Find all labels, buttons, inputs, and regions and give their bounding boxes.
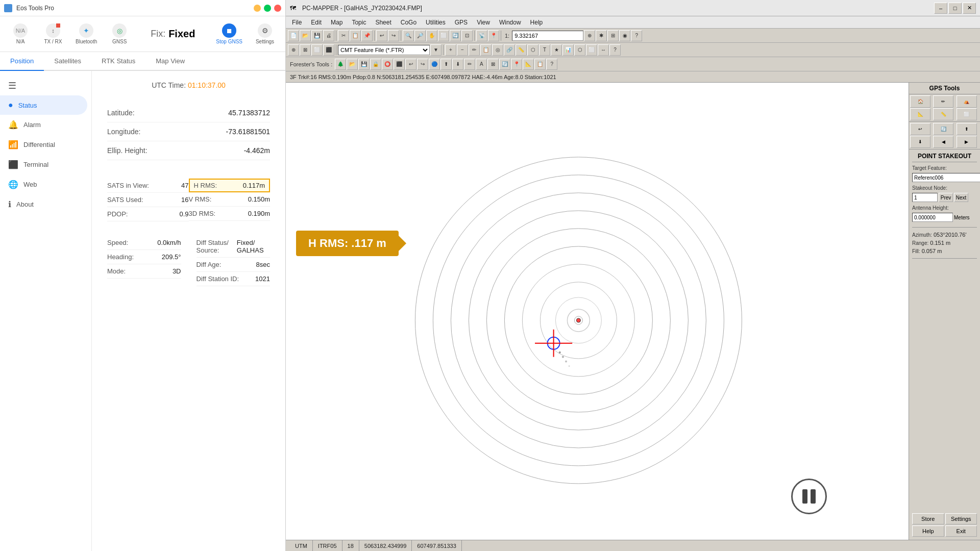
help-button[interactable]: Help xyxy=(912,525,944,537)
menu-edit[interactable]: Edit xyxy=(307,18,326,27)
nav-icon-na[interactable]: N/A N/A xyxy=(5,20,36,47)
tb-select-button[interactable]: ⬜ xyxy=(438,30,449,41)
tb-extra2[interactable]: ✱ xyxy=(596,30,607,41)
tb2-btn3[interactable]: ⬜ xyxy=(311,44,323,56)
ft-btn13[interactable]: A xyxy=(476,59,487,70)
tab-satellites[interactable]: Satellites xyxy=(44,52,91,71)
menu-cogo[interactable]: CoGo xyxy=(397,18,421,27)
tab-map-view[interactable]: Map View xyxy=(145,52,195,71)
prev-node-button[interactable]: Prev xyxy=(939,193,953,202)
tb2-add[interactable]: + xyxy=(445,44,456,56)
tb-gps-button[interactable]: 📡 xyxy=(476,30,487,41)
tb-print-button[interactable]: 🖨 xyxy=(323,30,334,41)
settings-button[interactable]: ⚙ Settings xyxy=(250,20,280,47)
ft-btn16[interactable]: 📍 xyxy=(511,59,522,70)
tb2-3d[interactable]: ⬡ xyxy=(574,44,585,56)
pcm-maximize-button[interactable]: □ xyxy=(948,3,962,14)
tb-paste-button[interactable]: 📌 xyxy=(361,30,373,41)
menu-utilities[interactable]: Utilities xyxy=(422,18,450,27)
tb2-sym[interactable]: ★ xyxy=(551,44,562,56)
feature-file-select[interactable]: CMT Feature File (*.FTR) xyxy=(338,45,430,55)
gps-icon-4[interactable]: 📐 xyxy=(910,108,930,120)
tb-help-button[interactable]: ? xyxy=(631,30,642,41)
antenna-height-input[interactable] xyxy=(912,213,953,222)
sidebar-item-terminal[interactable]: ⬛ Terminal xyxy=(0,155,87,174)
menu-gps[interactable]: GPS xyxy=(451,18,472,27)
tab-rtk-status[interactable]: RTK Status xyxy=(91,52,145,71)
gps-icon-3[interactable]: ⛺ xyxy=(957,95,977,108)
ft-btn17[interactable]: 📐 xyxy=(523,59,534,70)
tb-pan-button[interactable]: ✋ xyxy=(426,30,437,41)
tb-cut-button[interactable]: ✂ xyxy=(338,30,349,41)
node-input[interactable] xyxy=(912,193,938,202)
tb2-dist[interactable]: 📏 xyxy=(516,44,527,56)
next-node-button[interactable]: Next xyxy=(954,193,968,202)
tb-undo-button[interactable]: ↩ xyxy=(376,30,387,41)
menu-sheet[interactable]: Sheet xyxy=(371,18,395,27)
sidebar-item-status[interactable]: ● Status xyxy=(0,95,87,115)
ft-btn9[interactable]: 🔵 xyxy=(429,59,440,70)
tb2-label[interactable]: T xyxy=(539,44,550,56)
store-button[interactable]: Store xyxy=(912,513,944,524)
tb2-btn1[interactable]: ⊕ xyxy=(288,44,299,56)
tb2-edit[interactable]: ✏ xyxy=(469,44,480,56)
minimize-button[interactable] xyxy=(254,5,261,12)
tb-zoom-in-button[interactable]: 🔍 xyxy=(403,30,414,41)
ft-btn5[interactable]: ⭕ xyxy=(382,59,393,70)
gps-icon-11[interactable]: ◀ xyxy=(933,136,953,148)
tb2-attr[interactable]: 📋 xyxy=(480,44,492,56)
tb2-extra3[interactable]: ? xyxy=(609,44,621,56)
ft-btn12[interactable]: ✏ xyxy=(464,59,475,70)
gps-icon-12[interactable]: ▶ xyxy=(957,136,977,148)
tb-open-button[interactable]: 📂 xyxy=(300,30,311,41)
tb-redo-button[interactable]: ↪ xyxy=(388,30,399,41)
ft-btn3[interactable]: 💾 xyxy=(358,59,370,70)
gps-icon-6[interactable]: ⬜ xyxy=(957,108,977,120)
tb-save-button[interactable]: 💾 xyxy=(311,30,323,41)
ft-btn10[interactable]: ⬆ xyxy=(440,59,452,70)
nav-icon-txrx[interactable]: ↕ TX / RX xyxy=(38,20,68,47)
sidebar-menu-icon[interactable]: ☰ xyxy=(0,76,91,95)
gps-icon-9[interactable]: ⬆ xyxy=(957,123,977,135)
tab-position[interactable]: Position xyxy=(0,52,44,71)
stop-gnss-button[interactable]: ⏹ Stop GNSS xyxy=(211,20,248,47)
map-area[interactable]: H RMS: .117 m xyxy=(286,83,909,540)
menu-topic[interactable]: Topic xyxy=(348,18,370,27)
gps-icon-8[interactable]: 🔄 xyxy=(933,123,953,135)
sidebar-item-about[interactable]: ℹ About xyxy=(0,194,87,214)
gps-icon-10[interactable]: ⬇ xyxy=(910,136,930,148)
tb2-extra2[interactable]: ↔ xyxy=(598,44,609,56)
tb-new-button[interactable]: 📄 xyxy=(288,30,299,41)
tb-extra3[interactable]: ⊞ xyxy=(607,30,619,41)
ft-btn7[interactable]: ↩ xyxy=(405,59,416,70)
tb-copy-button[interactable]: 📋 xyxy=(350,30,361,41)
sidebar-item-web[interactable]: 🌐 Web xyxy=(0,174,87,194)
sidebar-item-alarm[interactable]: 🔔 Alarm xyxy=(0,115,87,135)
gps-icon-2[interactable]: ✏ xyxy=(933,95,953,108)
target-feature-input[interactable] xyxy=(912,173,980,182)
menu-view[interactable]: View xyxy=(473,18,494,27)
tb2-chart[interactable]: 📊 xyxy=(562,44,574,56)
tb2-extra1[interactable]: ⬜ xyxy=(586,44,597,56)
tb-zoom-out-button[interactable]: 🔎 xyxy=(414,30,426,41)
ft-btn1[interactable]: 🌲 xyxy=(335,59,346,70)
tb2-btn4[interactable]: ⬛ xyxy=(323,44,334,56)
pcm-close-button[interactable]: ✕ xyxy=(963,3,976,14)
pause-button[interactable] xyxy=(791,479,827,514)
tb2-snap[interactable]: 🔗 xyxy=(504,44,515,56)
tb-refresh-button[interactable]: 🔄 xyxy=(450,30,461,41)
menu-window[interactable]: Window xyxy=(495,18,525,27)
gps-icon-5[interactable]: 📏 xyxy=(933,108,953,120)
ps-settings-button[interactable]: Settings xyxy=(945,513,977,524)
tb2-browse[interactable]: ▼ xyxy=(430,44,442,56)
maximize-button[interactable] xyxy=(264,5,271,12)
nav-icon-gnss[interactable]: ◎ GNSS xyxy=(104,20,135,47)
tb-fit-button[interactable]: ⊡ xyxy=(461,30,473,41)
ft-btn8[interactable]: ↪ xyxy=(417,59,428,70)
tb2-area[interactable]: ⬡ xyxy=(527,44,538,56)
tb-extra1[interactable]: ⊕ xyxy=(584,30,595,41)
tb2-btn2[interactable]: ⊠ xyxy=(300,44,311,56)
gps-icon-1[interactable]: 🏠 xyxy=(910,95,930,108)
menu-map[interactable]: Map xyxy=(327,18,347,27)
ft-btn4[interactable]: 🔒 xyxy=(370,59,381,70)
